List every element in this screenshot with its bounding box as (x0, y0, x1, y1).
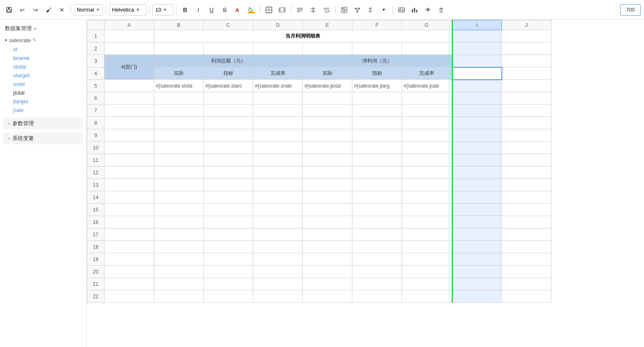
clear-format-button[interactable]: ✕ (56, 4, 68, 16)
filter-button[interactable] (352, 4, 363, 16)
row-19: 19 (87, 253, 551, 266)
sysvars-section-wrapper: › 系统变量 (0, 131, 86, 146)
chart-button[interactable] (409, 4, 421, 16)
font-color-button[interactable]: A (232, 4, 244, 16)
spreadsheet-area[interactable]: A B C D E F G I J 1 当月利润明细表 (87, 20, 644, 347)
italic-button[interactable]: I (192, 4, 204, 16)
field-srate[interactable]: srate (10, 80, 86, 88)
cell-J3[interactable] (502, 55, 551, 67)
svg-rect-26 (412, 9, 413, 12)
valign-button[interactable] (307, 4, 319, 16)
font-size-arrow: ▼ (163, 7, 167, 12)
sum-dropdown[interactable]: ▼ (378, 4, 390, 16)
row-10: 10 (87, 142, 551, 154)
svg-rect-8 (279, 8, 285, 12)
row-2: 2 (87, 43, 551, 55)
sep3 (149, 6, 150, 14)
cell-E2[interactable] (303, 43, 352, 55)
align-button[interactable] (294, 4, 306, 16)
col-header-F[interactable]: F (352, 20, 402, 30)
cell-J2[interactable] (502, 43, 551, 55)
field-starget[interactable]: starget (10, 71, 86, 80)
cell-D2[interactable] (253, 43, 303, 55)
font-size-dropdown[interactable]: 10 ▼ (152, 4, 173, 16)
cell-I1[interactable] (452, 30, 502, 43)
col-header-A[interactable]: A (105, 20, 154, 30)
row-16: 16 (87, 216, 551, 228)
cell-D5[interactable]: #{salesrate.srate (253, 80, 303, 92)
zoom-input[interactable] (620, 4, 641, 16)
cell-I2[interactable] (452, 43, 502, 55)
merge-button[interactable] (276, 4, 288, 16)
cell-C5[interactable]: #{salesrate.starc (204, 80, 253, 92)
field-jtarget[interactable]: jtarget (10, 97, 86, 106)
style-dropdown[interactable]: Normal ▼ (74, 4, 103, 16)
sysvars-section[interactable]: › 系统变量 (3, 133, 83, 144)
field-stotal[interactable]: stotal (10, 62, 86, 71)
params-section-wrapper: › 参数管理 (0, 114, 86, 131)
cell-J5[interactable] (502, 80, 551, 92)
font-size-value: 10 (155, 7, 161, 13)
preview-button[interactable]: 👁 (422, 4, 434, 16)
col-header-D[interactable]: D (253, 20, 303, 30)
redo-button[interactable]: ↪ (30, 4, 41, 16)
cell-A1[interactable] (105, 30, 154, 43)
cell-J4[interactable] (502, 67, 551, 80)
cell-A5[interactable] (105, 80, 154, 92)
bold-button[interactable]: B (179, 4, 191, 16)
row-1: 1 当月利润明细表 (87, 30, 551, 43)
cell-B2[interactable] (154, 43, 204, 55)
svg-rect-21 (341, 10, 344, 13)
image-button[interactable] (396, 4, 407, 16)
cell-title: 当月利润明细表 (154, 30, 452, 43)
col-header-E[interactable]: E (303, 20, 352, 30)
sysvars-label: 系统变量 (12, 135, 34, 142)
cell-G2[interactable] (402, 43, 452, 55)
col-header-C[interactable]: C (204, 20, 253, 30)
cell-E4: 实际 (303, 67, 352, 80)
cell-C4: 指标 (204, 67, 253, 80)
sidebar: 数据集管理 + ▾ salesrate ✎ id bname stotal st… (0, 20, 87, 347)
cell-I4-selected[interactable] (452, 67, 502, 80)
cell-I5[interactable] (452, 80, 502, 92)
undo-button[interactable]: ↩ (17, 4, 28, 16)
col-header-G[interactable]: G (402, 20, 452, 30)
field-list: id bname stotal starget srate jtotal jta… (0, 45, 86, 114)
col-header-J[interactable]: J (502, 20, 551, 30)
row-14: 14 (87, 191, 551, 204)
font-dropdown[interactable]: Helvetica ▼ (109, 4, 146, 16)
strikethrough-button[interactable]: S (219, 4, 231, 16)
dataset-salesrate[interactable]: ▾ salesrate ✎ (0, 36, 86, 45)
cell-E5[interactable]: #{salesrate.jtotal (303, 80, 352, 92)
cell-B5[interactable]: #{salesrate.stota (154, 80, 204, 92)
underline-button[interactable]: U (206, 4, 217, 16)
cell-J1[interactable] (502, 30, 551, 43)
freeze-button[interactable] (338, 4, 350, 16)
params-section[interactable]: › 参数管理 (3, 118, 83, 129)
cell-C2[interactable] (204, 43, 253, 55)
cell-F2[interactable] (352, 43, 402, 55)
format-painter-button[interactable]: 🖌 (43, 4, 55, 16)
add-dataset-button[interactable]: + (33, 25, 37, 32)
field-bname[interactable]: bname (10, 54, 86, 62)
sysvars-arrow: › (8, 136, 10, 141)
wrap-button[interactable] (321, 4, 332, 16)
save-button[interactable] (3, 4, 15, 16)
dataset-edit-icon[interactable]: ✎ (33, 38, 36, 43)
border-button[interactable] (263, 4, 275, 16)
cell-F5[interactable]: #{salesrate.jtarg (352, 80, 402, 92)
cell-G5[interactable]: #{salesrate.jrate (402, 80, 452, 92)
cell-A2[interactable] (105, 43, 154, 55)
fill-color-button[interactable] (245, 4, 257, 16)
field-id[interactable]: id (10, 45, 86, 54)
export-button[interactable] (435, 4, 447, 16)
sum-button[interactable]: Σ (365, 4, 376, 16)
col-header-I[interactable]: I (452, 20, 502, 30)
row-18: 18 (87, 241, 551, 253)
cell-I3[interactable] (452, 55, 502, 67)
field-jrate[interactable]: jrate (10, 106, 86, 114)
col-header-B[interactable]: B (154, 20, 204, 30)
field-jtotal[interactable]: jtotal (10, 88, 86, 97)
svg-rect-24 (399, 8, 404, 12)
svg-rect-20 (341, 7, 344, 10)
